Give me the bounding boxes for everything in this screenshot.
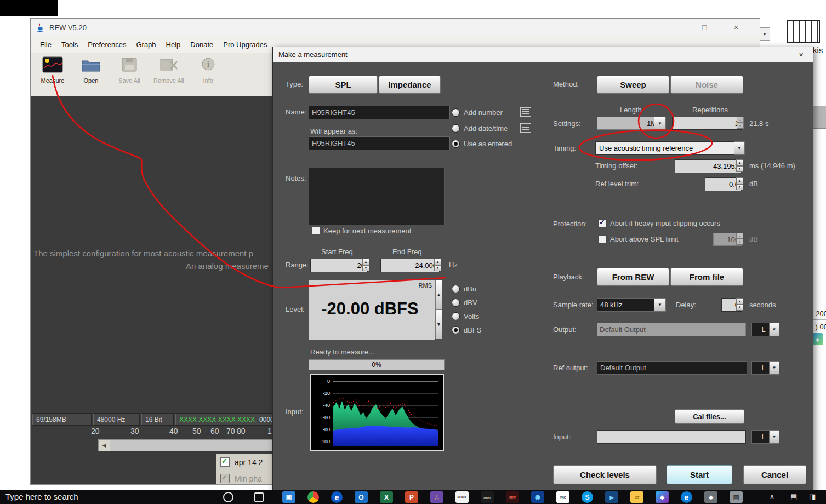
photos-icon[interactable]: ◆	[656, 491, 669, 503]
volts-radio[interactable]	[452, 312, 460, 320]
start-freq-field[interactable]: 20	[310, 259, 368, 272]
skype-icon[interactable]: S	[582, 491, 593, 503]
toolbar-measure[interactable]: Measure	[38, 56, 67, 84]
media-player-icon[interactable]: ◉	[531, 491, 544, 503]
folder-icon[interactable]: ▱	[630, 491, 643, 503]
add-datetime-radio[interactable]	[452, 124, 460, 133]
timing-offset-spinner[interactable]	[736, 159, 743, 172]
timing-combo-arrow[interactable]	[734, 141, 745, 155]
datetime-format-icon[interactable]	[520, 123, 531, 133]
menu-pro-upgrades[interactable]: Pro Upgrades	[218, 41, 272, 49]
roon-icon[interactable]: roon	[481, 491, 494, 503]
dbv-radio[interactable]	[452, 299, 460, 307]
keep-checkbox[interactable]	[311, 226, 320, 235]
printer-icon[interactable]: ▤	[730, 491, 743, 503]
spl-limit-spinner[interactable]	[736, 233, 743, 245]
dialog-close-button[interactable]: ×	[796, 49, 806, 60]
chrome-icon[interactable]	[307, 491, 319, 503]
store-icon[interactable]: ▣	[282, 491, 295, 503]
open-folder-icon	[81, 56, 101, 75]
ref-level-trim-spinner[interactable]	[736, 177, 743, 190]
tray-keyboard-icon[interactable]: ▤	[790, 492, 797, 501]
rew-icon[interactable]: REW	[506, 491, 519, 503]
name-field[interactable]: H95RIGHT45	[309, 106, 450, 119]
dialog-titlebar: Make a measurement	[273, 47, 813, 62]
scroll-arrow-fragment[interactable]	[759, 27, 770, 41]
excel-icon[interactable]: X	[380, 491, 393, 503]
input-device-field[interactable]	[597, 430, 746, 444]
outlook-icon[interactable]: O	[355, 491, 368, 503]
sample-rate-combo[interactable]: 48 kHz	[597, 298, 660, 312]
abort-clipping-checkbox[interactable]	[598, 219, 607, 228]
close-button[interactable]: ×	[720, 19, 752, 36]
tray-display-icon[interactable]: ◨	[809, 492, 816, 501]
task-view-icon[interactable]	[254, 492, 264, 502]
end-freq-spinner[interactable]	[434, 259, 441, 271]
rms-label: RMS	[419, 282, 432, 289]
office-people-icon[interactable]: ∴	[430, 491, 443, 503]
sample-rate-combo-arrow[interactable]	[654, 298, 666, 312]
notes-field[interactable]	[309, 168, 445, 225]
dbfs-label: dBFS	[464, 326, 482, 334]
end-freq-field[interactable]: 24,000	[380, 259, 440, 272]
horizontal-scrollbar[interactable]	[98, 439, 276, 451]
input-channel-arrow[interactable]	[769, 430, 779, 444]
use-as-entered-radio[interactable]	[452, 140, 460, 148]
internet-explorer-icon[interactable]: e	[681, 491, 692, 503]
level-spinner[interactable]	[435, 280, 442, 339]
vnc-icon[interactable]: VNC	[556, 491, 569, 503]
repetitions-spinner[interactable]	[737, 117, 744, 129]
sweep-button[interactable]: Sweep	[597, 76, 669, 94]
output-field[interactable]: Default Output	[597, 323, 746, 336]
delay-spinner[interactable]	[736, 298, 743, 311]
checkbox-disabled[interactable]	[220, 474, 230, 483]
noise-button[interactable]: Noise	[670, 76, 743, 94]
cancel-button[interactable]: Cancel	[743, 465, 806, 484]
menu-preferences[interactable]: Preferences	[83, 41, 131, 49]
menu-donate[interactable]: Donate	[185, 41, 218, 49]
movies-icon[interactable]: ▶	[605, 491, 618, 503]
ref-output-field[interactable]: Default Output	[597, 361, 747, 375]
toolbar-save-all[interactable]: Save All	[115, 56, 144, 84]
toolbar-remove-all[interactable]: Remove All	[153, 56, 184, 84]
sonos-icon[interactable]: SONOS	[455, 491, 469, 503]
abort-spl-checkbox[interactable]	[598, 235, 607, 244]
timing-combo[interactable]: Use acoustic timing reference	[595, 141, 742, 155]
minimize-button[interactable]: –	[657, 19, 688, 36]
length-field[interactable]: 1M	[597, 117, 659, 130]
length-combo-arrow[interactable]	[654, 117, 666, 130]
cal-files-button[interactable]: Cal files...	[675, 409, 744, 424]
add-number-radio[interactable]	[452, 108, 460, 117]
menu-tools[interactable]: Tools	[56, 41, 83, 49]
dbu-radio[interactable]	[452, 285, 460, 293]
scroll-left-button[interactable]	[99, 440, 110, 451]
menu-help[interactable]: Help	[161, 41, 186, 49]
powerpoint-icon[interactable]: P	[405, 491, 418, 503]
settings-icon[interactable]: ◈	[704, 491, 717, 503]
maximize-button[interactable]: □	[688, 19, 720, 36]
status-bit-depth: 16 Bit	[141, 413, 174, 426]
repetitions-field[interactable]: 1	[672, 117, 742, 130]
edge-icon[interactable]: e	[331, 491, 343, 503]
menu-file[interactable]: File	[35, 41, 56, 49]
from-file-button[interactable]: From file	[670, 268, 743, 286]
from-rew-button[interactable]: From REW	[597, 268, 669, 286]
timing-offset-field[interactable]: 43.1952	[675, 159, 742, 173]
start-button[interactable]: Start	[667, 465, 732, 484]
number-format-icon[interactable]	[520, 107, 531, 117]
dbfs-radio[interactable]	[452, 326, 460, 334]
impedance-button[interactable]: Impedance	[379, 76, 441, 94]
timing-offset-unit: ms (14.946 m)	[749, 162, 795, 170]
output-channel-arrow[interactable]	[769, 323, 779, 336]
start-freq-spinner[interactable]	[362, 259, 369, 271]
toolbar-info[interactable]: i Info	[194, 56, 223, 84]
check-levels-button[interactable]: Check levels	[553, 465, 657, 484]
search-circle-icon[interactable]	[223, 492, 233, 502]
checkbox-checked[interactable]	[220, 457, 230, 467]
spl-button[interactable]: SPL	[309, 76, 378, 94]
toolbar-open[interactable]: Open	[77, 56, 105, 84]
taskbar-search[interactable]: Type here to search	[5, 492, 78, 501]
tray-chevron-icon[interactable]: ∧	[770, 492, 774, 500]
ref-output-channel-arrow[interactable]	[769, 361, 779, 375]
menu-graph[interactable]: Graph	[131, 41, 161, 49]
